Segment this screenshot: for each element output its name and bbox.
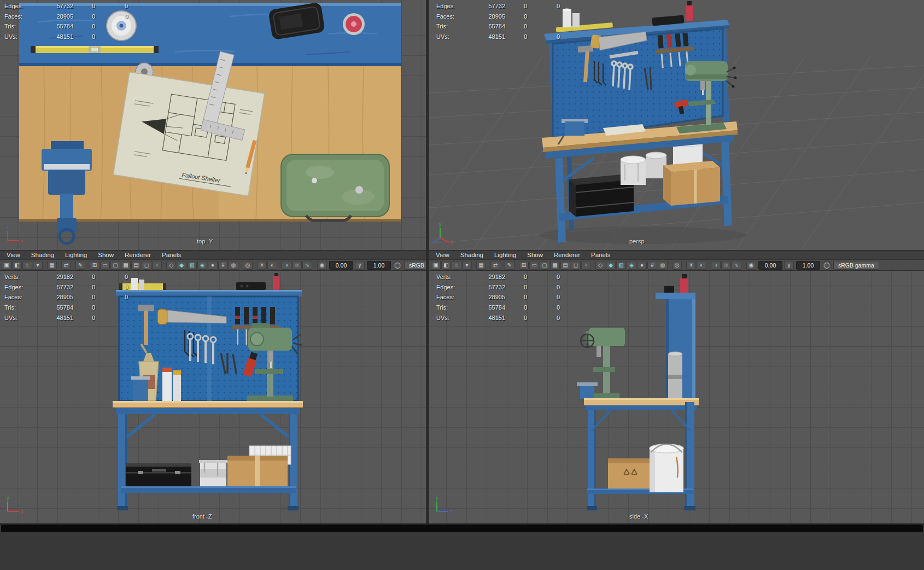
workbench-side [577, 274, 699, 510]
exposure-field[interactable]: 0.00 [758, 261, 782, 270]
panel-menu-item[interactable]: Lighting [60, 252, 92, 258]
exposure-icon[interactable]: ◉ [317, 261, 327, 270]
panel-menu-item[interactable]: View [430, 252, 455, 258]
axis-indicator: z y [436, 495, 453, 514]
shaded-icon[interactable]: ◆ [606, 261, 616, 270]
first-aid-case [281, 154, 389, 220]
exposure-icon[interactable]: ◉ [746, 261, 756, 270]
camera-attributes-icon[interactable]: ≡ [452, 261, 461, 270]
toolbar-icon-group: ▣◧≡▾▦⇄✎⊞▭▢▩▤◻▫◇◆▧◈●#◍◎☀◐◑≋∿ [2, 261, 313, 270]
xray-icon[interactable]: ◍ [229, 261, 238, 270]
panel-menu-item[interactable]: Panels [156, 252, 186, 258]
toolbar-icon-group: ▣◧≡▾▦⇄✎⊞▭▢▩▤◻▫◇◆▧◈●#◍◎☀◐◑≋∿ [431, 261, 742, 270]
exposure-field[interactable]: 0.00 [329, 261, 353, 270]
select-camera-icon[interactable]: ▣ [431, 261, 441, 270]
2d-pan-zoom-icon[interactable]: ⇄ [490, 261, 500, 270]
color-space-badge[interactable]: sRGB gamma [404, 261, 426, 270]
anti-aliasing-icon[interactable]: ∿ [302, 261, 312, 270]
xray-joints-icon[interactable]: # [647, 261, 657, 270]
image-plane-icon[interactable]: ▦ [47, 261, 57, 270]
anti-aliasing-icon[interactable]: ∿ [732, 261, 741, 270]
fire-extinguisher-cap [343, 13, 365, 35]
panel-menu-item[interactable]: Lighting [489, 252, 522, 258]
resolution-gate-icon[interactable]: ▢ [110, 261, 120, 270]
gate-mask-icon[interactable]: ▩ [550, 261, 560, 270]
svg-text:y: y [439, 222, 442, 227]
ambient-occlusion-icon[interactable]: ◑ [711, 261, 721, 270]
color-space-badge[interactable]: sRGB gamma [833, 261, 879, 270]
svg-text:y: y [7, 495, 9, 501]
shaded-icon[interactable]: ◆ [177, 261, 186, 270]
safe-title-icon[interactable]: ▫ [581, 261, 591, 270]
xray-joints-icon[interactable]: # [218, 261, 228, 270]
pane-front: ViewShadingLightingShowRendererPanels ▣◧… [0, 250, 426, 524]
lock-camera-icon[interactable]: ◧ [441, 261, 451, 270]
viewport-top[interactable]: Edges: 57732 0 0 Faces: 28905 0 0 Tris: [0, 0, 426, 250]
textured-icon[interactable]: ▧ [187, 261, 197, 270]
camera-attributes-icon[interactable]: ≡ [22, 261, 32, 270]
textured-icon[interactable]: ▧ [616, 261, 626, 270]
field-chart-icon[interactable]: ▤ [131, 261, 141, 270]
default-material-icon[interactable]: ● [208, 261, 218, 270]
color-management-icon[interactable]: ◯ [822, 261, 832, 270]
panel-menu-item[interactable]: View [1, 252, 26, 258]
shadows-icon[interactable]: ◐ [267, 261, 277, 270]
safe-title-icon[interactable]: ▫ [152, 261, 162, 270]
gamma-icon[interactable]: γ [355, 261, 365, 270]
bookmarks-icon[interactable]: ▾ [33, 261, 43, 270]
panel-menu-item[interactable]: Renderer [119, 252, 156, 258]
default-material-icon[interactable]: ● [637, 261, 647, 270]
viewport-front[interactable]: Verts: 29182 0 0 Edges: 57732 0 0 [0, 271, 426, 524]
panel-menu-item[interactable]: Show [522, 252, 548, 258]
lock-camera-icon[interactable]: ◧ [12, 261, 22, 270]
viewport-persp[interactable]: Edges: 57732 0 0 Faces: 28905 0 Tris: [429, 0, 924, 250]
panel-menu-item[interactable]: Panels [586, 252, 616, 258]
persp-view-render: y x z [429, 0, 924, 250]
ambient-occlusion-icon[interactable]: ◑ [282, 261, 291, 270]
motion-blur-icon[interactable]: ≋ [292, 261, 302, 270]
grid-icon[interactable]: ⊞ [90, 261, 100, 270]
wireframe-on-shaded-icon[interactable]: ◈ [627, 261, 636, 270]
panel-menu-item[interactable]: Show [92, 252, 119, 258]
isolate-select-icon[interactable]: ◎ [672, 261, 682, 270]
color-management-icon[interactable]: ◯ [393, 261, 402, 270]
panel-menu-item[interactable]: Renderer [548, 252, 586, 258]
2d-pan-zoom-icon[interactable]: ⇄ [61, 261, 71, 270]
axis-indicator: x y [7, 495, 24, 514]
select-camera-icon[interactable]: ▣ [2, 261, 11, 270]
panel-menu-item[interactable]: Shading [26, 252, 60, 258]
panel-toolbar: ▣◧≡▾▦⇄✎⊞▭▢▩▤◻▫◇◆▧◈●#◍◎☀◐◑≋∿ ◉ 0.00 γ 1.0… [0, 260, 426, 271]
gamma-field[interactable]: 1.00 [796, 261, 820, 270]
xray-icon[interactable]: ◍ [658, 261, 668, 270]
safe-action-icon[interactable]: ◻ [571, 261, 581, 270]
grinding-wheel-icon [107, 11, 136, 40]
wireframe-icon[interactable]: ◇ [166, 261, 176, 270]
shadows-icon[interactable]: ◐ [697, 261, 706, 270]
top-view-render: Fallout Shelter [0, 0, 426, 250]
panel-menu-item[interactable]: Shading [455, 252, 489, 258]
wireframe-on-shaded-icon[interactable]: ◈ [197, 261, 207, 270]
resolution-gate-icon[interactable]: ▢ [540, 261, 549, 270]
panel-menu-bar: ViewShadingLightingShowRendererPanels [0, 250, 426, 260]
grease-pencil-icon[interactable]: ✎ [75, 261, 85, 270]
film-gate-icon[interactable]: ▭ [100, 261, 110, 270]
isolate-select-icon[interactable]: ◎ [243, 261, 253, 270]
gate-mask-icon[interactable]: ▩ [121, 261, 131, 270]
gamma-icon[interactable]: γ [784, 261, 794, 270]
timeline-bar[interactable] [1, 525, 923, 532]
viewport-side[interactable]: Verts: 29182 0 0 Edges: 57732 0 0 [429, 271, 924, 524]
side-view-render: z y [429, 271, 924, 524]
safe-action-icon[interactable]: ◻ [142, 261, 151, 270]
film-gate-icon[interactable]: ▭ [529, 261, 539, 270]
grid-icon[interactable]: ⊞ [519, 261, 529, 270]
wireframe-icon[interactable]: ◇ [595, 261, 605, 270]
field-chart-icon[interactable]: ▤ [560, 261, 570, 270]
all-lights-icon[interactable]: ☀ [257, 261, 267, 270]
motion-blur-icon[interactable]: ≋ [721, 261, 731, 270]
gamma-field[interactable]: 1.00 [367, 261, 391, 270]
image-plane-icon[interactable]: ▦ [476, 261, 486, 270]
svg-text:y: y [436, 495, 438, 501]
all-lights-icon[interactable]: ☀ [686, 261, 696, 270]
grease-pencil-icon[interactable]: ✎ [505, 261, 514, 270]
bookmarks-icon[interactable]: ▾ [462, 261, 472, 270]
